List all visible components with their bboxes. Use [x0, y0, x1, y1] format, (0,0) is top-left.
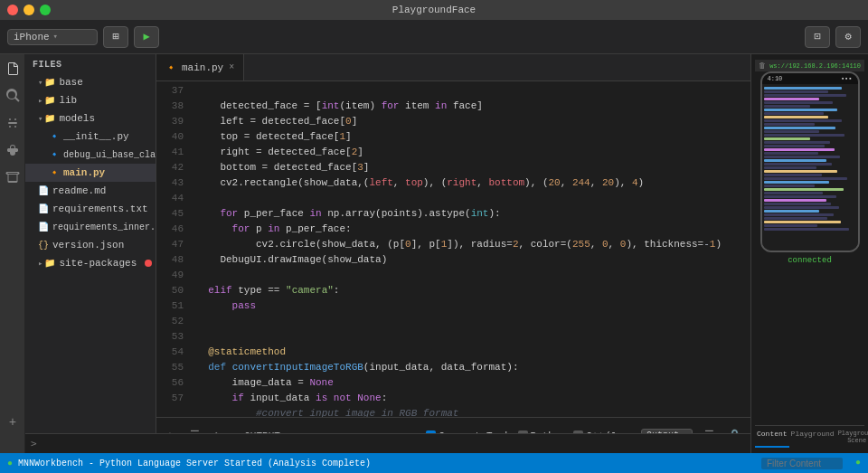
md-icon: 📄 — [38, 185, 49, 196]
activity-bar — [0, 54, 25, 453]
activity-search-icon[interactable] — [2, 85, 24, 107]
tab-content[interactable]: Content — [755, 426, 789, 448]
tab-bar: 🔸 main.py × — [156, 54, 750, 81]
device-selector[interactable]: iPhone ▾ — [7, 29, 98, 45]
status-dot: ● — [855, 458, 861, 469]
status-right: ● — [761, 458, 861, 469]
preview-panel: 🗑 ws://192.168.2.196:14110 4:10 ▪▪▪ — [750, 54, 868, 453]
file-label: debug_ui_base_class.py — [63, 150, 156, 160]
tab-close-icon[interactable]: × — [229, 62, 234, 72]
activity-extensions-icon[interactable] — [2, 166, 24, 188]
preview-tabs: Content Playground Playground Scene — [755, 425, 864, 448]
phone-address: ws://192.168.2.196:14110 — [769, 62, 861, 70]
py-icon: 🔹 — [49, 149, 60, 160]
status-indicator: ● — [7, 459, 13, 468]
folder-icon: 📁 — [44, 258, 55, 269]
line-numbers: 3738394041 4243444546 4748495051 5253545… — [156, 81, 189, 417]
file-label: models — [59, 113, 95, 124]
play-button[interactable]: ▶ — [134, 26, 159, 48]
py-icon: 🔸 — [49, 167, 60, 178]
error-dot — [145, 260, 152, 267]
chevron-down-icon: ▾ — [53, 32, 58, 42]
sidebar-item-debug-base[interactable]: 🔹 debug_ui_base_class.py — [25, 146, 156, 164]
activity-debug-icon[interactable] — [2, 139, 24, 161]
toolbar-right: ⊡ ⚙ — [805, 26, 861, 48]
file-label: requirements.txt — [52, 203, 148, 214]
settings-button[interactable]: ⚙ — [835, 26, 861, 48]
tab-file-icon: 🔸 — [165, 62, 176, 73]
sidebar-item-models[interactable]: ▾ 📁 models — [25, 109, 156, 128]
status-text: MNNWorkbench - Python Language Server St… — [18, 459, 371, 468]
expand-icon: ▾ — [38, 114, 42, 124]
sidebar-item-init[interactable]: 🔹 __init__.py — [25, 128, 156, 146]
title-bar: PlaygroundFace — [0, 0, 868, 20]
iphone-status-bar: 4:10 ▪▪▪ — [762, 73, 858, 84]
monitor-button[interactable]: ⊡ — [805, 26, 830, 48]
minimize-button[interactable] — [24, 5, 34, 15]
folder-icon: 📁 — [44, 95, 55, 106]
phone-info-bar: 🗑 ws://192.168.2.196:14110 — [755, 60, 864, 71]
iphone-screen: 4:10 ▪▪▪ — [762, 73, 858, 251]
tab-playground-scene[interactable]: Playground Scene — [836, 426, 868, 448]
sidebar-item-requirements[interactable]: 📄 requirements.txt — [25, 200, 156, 218]
play-icon: ▶ — [143, 30, 149, 43]
sidebar-item-requirements-inner[interactable]: 📄 requirements_inner.txt — [25, 218, 156, 236]
code-editor[interactable]: detected_face = [int(item) for item in f… — [189, 81, 750, 417]
grid-icon: ⊞ — [112, 30, 118, 43]
monitor-icon: ⊡ — [814, 30, 820, 43]
sidebar-item-lib[interactable]: ▸ 📁 lib — [25, 91, 156, 109]
maximize-button[interactable] — [40, 5, 51, 15]
sidebar-item-main[interactable]: 🔸 main.py — [25, 164, 156, 182]
sidebar-header: Files — [25, 54, 156, 73]
py-icon: 🔹 — [49, 131, 60, 142]
sidebar-item-version[interactable]: {} version.json — [25, 236, 156, 254]
file-label: version.json — [52, 240, 124, 251]
trash-icon[interactable]: 🗑 — [759, 61, 766, 70]
activity-files-icon[interactable] — [2, 58, 24, 80]
status-bar: ● MNNWorkbench - Python Language Server … — [0, 453, 868, 473]
sidebar-item-base[interactable]: ▾ 📁 base — [25, 73, 156, 91]
file-tree: ▾ 📁 base ▸ 📁 lib ▾ 📁 models 🔹 __init__.p… — [25, 73, 156, 434]
filter-content-input-container — [761, 458, 843, 469]
file-label: base — [59, 77, 82, 88]
grid-button[interactable]: ⊞ — [103, 26, 128, 48]
sidebar-item-readme[interactable]: 📄 readme.md — [25, 182, 156, 200]
main-layout: Files ▾ 📁 base ▸ 📁 lib ▾ 📁 models 🔹 __in… — [0, 54, 868, 453]
editor-content: 3738394041 4243444546 4748495051 5253545… — [156, 81, 750, 417]
add-file-button[interactable]: + — [4, 413, 22, 431]
terminal-input[interactable] — [31, 438, 745, 449]
editor-area: 🔸 main.py × 3738394041 4243444546 474849… — [156, 54, 750, 453]
tab-label: main.py — [182, 62, 223, 73]
file-label: site-packages — [59, 258, 137, 269]
file-label: requirements_inner.txt — [52, 222, 156, 232]
terminal-input-bar — [25, 433, 750, 453]
device-label: iPhone — [14, 32, 50, 43]
file-label: lib — [59, 95, 77, 106]
sidebar-item-site-packages[interactable]: ▸ 📁 site-packages — [25, 254, 156, 272]
window-title: PlaygroundFace — [392, 5, 476, 15]
expand-icon: ▾ — [38, 78, 42, 88]
iphone-code-preview — [762, 84, 858, 251]
activity-git-icon[interactable] — [2, 112, 24, 134]
file-label: __init__.py — [63, 131, 129, 142]
file-label: main.py — [63, 167, 105, 178]
connected-status: connected — [788, 256, 832, 265]
folder-icon: 📁 — [44, 113, 55, 124]
txt-icon: 📄 — [38, 203, 49, 214]
settings-icon: ⚙ — [844, 30, 851, 43]
traffic-lights — [7, 5, 51, 15]
filter-content-input[interactable] — [761, 458, 843, 469]
txt-icon: 📄 — [38, 222, 49, 232]
file-label: readme.md — [52, 185, 106, 196]
sidebar: Files ▾ 📁 base ▸ 📁 lib ▾ 📁 models 🔹 __in… — [25, 54, 156, 453]
expand-icon: ▸ — [38, 259, 42, 269]
toolbar: iPhone ▾ ⊞ ▶ ⊡ ⚙ — [0, 20, 868, 54]
json-icon: {} — [38, 241, 49, 251]
close-button[interactable] — [7, 5, 18, 15]
expand-icon: ▸ — [38, 96, 42, 106]
iphone-frame: 4:10 ▪▪▪ — [760, 71, 860, 252]
tab-playground[interactable]: Playground — [789, 426, 836, 448]
folder-icon: 📁 — [44, 77, 55, 88]
tab-main-py[interactable]: 🔸 main.py × — [156, 54, 244, 80]
